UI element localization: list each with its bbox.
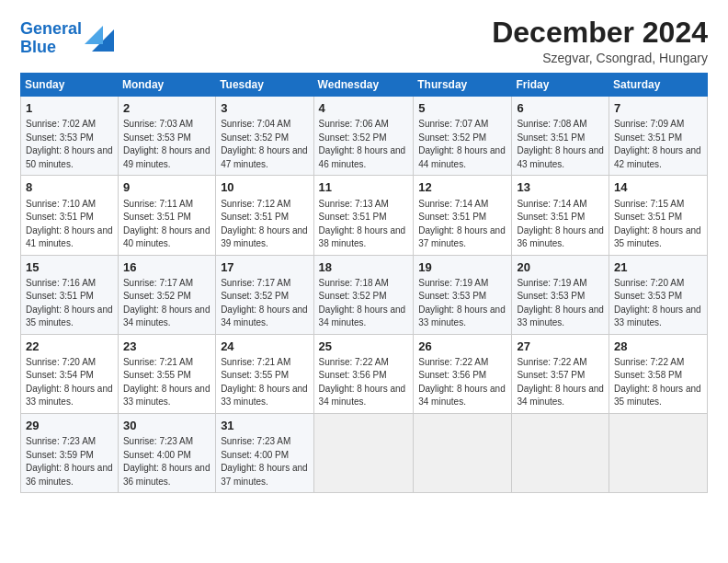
- calendar-week-2: 8Sunrise: 7:10 AMSunset: 3:51 PMDaylight…: [21, 176, 708, 255]
- header-day-thursday: Thursday: [414, 74, 512, 97]
- calendar-cell-26: 26Sunrise: 7:22 AMSunset: 3:56 PMDayligh…: [414, 334, 512, 413]
- day-number: 12: [418, 179, 506, 196]
- calendar-cell-28: 28Sunrise: 7:22 AMSunset: 3:58 PMDayligh…: [609, 334, 708, 413]
- day-number: 22: [26, 339, 113, 355]
- calendar-cell-empty: [609, 413, 708, 492]
- header-day-saturday: Saturday: [609, 74, 708, 97]
- day-number: 1: [26, 100, 113, 117]
- day-info: Sunrise: 7:10 AMSunset: 3:51 PMDaylight:…: [26, 198, 113, 251]
- day-number: 8: [26, 179, 113, 196]
- logo: General Blue: [20, 20, 114, 57]
- calendar-cell-9: 9Sunrise: 7:11 AMSunset: 3:51 PMDaylight…: [118, 176, 215, 255]
- day-number: 11: [319, 179, 409, 196]
- calendar-week-5: 29Sunrise: 7:23 AMSunset: 3:59 PMDayligh…: [21, 413, 708, 492]
- calendar-cell-30: 30Sunrise: 7:23 AMSunset: 4:00 PMDayligh…: [118, 413, 215, 492]
- day-info: Sunrise: 7:20 AMSunset: 3:54 PMDaylight:…: [26, 356, 113, 409]
- day-number: 21: [614, 259, 702, 276]
- header-day-monday: Monday: [118, 74, 215, 97]
- calendar-cell-12: 12Sunrise: 7:14 AMSunset: 3:51 PMDayligh…: [414, 176, 512, 255]
- day-info: Sunrise: 7:15 AMSunset: 3:51 PMDaylight:…: [614, 198, 702, 251]
- day-info: Sunrise: 7:02 AMSunset: 3:53 PMDaylight:…: [26, 118, 113, 171]
- day-number: 29: [26, 418, 113, 434]
- header-day-sunday: Sunday: [21, 74, 119, 97]
- calendar-header: SundayMondayTuesdayWednesdayThursdayFrid…: [21, 74, 708, 97]
- day-info: Sunrise: 7:17 AMSunset: 3:52 PMDaylight:…: [221, 277, 308, 330]
- day-number: 23: [123, 339, 210, 355]
- header-day-tuesday: Tuesday: [216, 74, 313, 97]
- location: Szegvar, Csongrad, Hungary: [492, 51, 708, 65]
- day-info: Sunrise: 7:22 AMSunset: 3:56 PMDaylight:…: [418, 356, 506, 409]
- day-info: Sunrise: 7:23 AMSunset: 4:00 PMDaylight:…: [221, 435, 308, 488]
- calendar-cell-1: 1Sunrise: 7:02 AMSunset: 3:53 PMDaylight…: [21, 97, 119, 176]
- day-number: 17: [221, 259, 308, 276]
- logo-text: General Blue: [20, 20, 82, 57]
- day-number: 19: [418, 259, 506, 276]
- day-number: 27: [517, 339, 604, 355]
- calendar-cell-15: 15Sunrise: 7:16 AMSunset: 3:51 PMDayligh…: [21, 255, 119, 334]
- calendar-cell-14: 14Sunrise: 7:15 AMSunset: 3:51 PMDayligh…: [609, 176, 708, 255]
- day-number: 13: [517, 179, 604, 196]
- day-info: Sunrise: 7:23 AMSunset: 3:59 PMDaylight:…: [26, 435, 113, 488]
- day-number: 2: [123, 100, 210, 117]
- day-number: 7: [614, 100, 702, 117]
- logo-icon: [85, 26, 114, 52]
- calendar-week-4: 22Sunrise: 7:20 AMSunset: 3:54 PMDayligh…: [21, 334, 708, 413]
- day-number: 24: [221, 339, 308, 355]
- calendar-cell-3: 3Sunrise: 7:04 AMSunset: 3:52 PMDaylight…: [216, 97, 313, 176]
- calendar-cell-empty: [414, 413, 512, 492]
- calendar-cell-10: 10Sunrise: 7:12 AMSunset: 3:51 PMDayligh…: [216, 176, 313, 255]
- calendar-cell-empty: [512, 413, 609, 492]
- day-info: Sunrise: 7:20 AMSunset: 3:53 PMDaylight:…: [614, 277, 702, 330]
- day-info: Sunrise: 7:07 AMSunset: 3:52 PMDaylight:…: [418, 118, 506, 171]
- logo-blue: Blue: [20, 38, 56, 56]
- day-number: 15: [26, 259, 113, 276]
- calendar-cell-22: 22Sunrise: 7:20 AMSunset: 3:54 PMDayligh…: [21, 334, 119, 413]
- day-number: 6: [517, 100, 604, 117]
- calendar-cell-11: 11Sunrise: 7:13 AMSunset: 3:51 PMDayligh…: [313, 176, 414, 255]
- calendar-cell-19: 19Sunrise: 7:19 AMSunset: 3:53 PMDayligh…: [414, 255, 512, 334]
- day-number: 30: [123, 418, 210, 434]
- day-info: Sunrise: 7:14 AMSunset: 3:51 PMDaylight:…: [517, 198, 604, 251]
- day-info: Sunrise: 7:22 AMSunset: 3:56 PMDaylight:…: [319, 356, 409, 409]
- calendar-cell-27: 27Sunrise: 7:22 AMSunset: 3:57 PMDayligh…: [512, 334, 609, 413]
- day-info: Sunrise: 7:03 AMSunset: 3:53 PMDaylight:…: [123, 118, 210, 171]
- calendar-cell-7: 7Sunrise: 7:09 AMSunset: 3:51 PMDaylight…: [609, 97, 708, 176]
- calendar-cell-23: 23Sunrise: 7:21 AMSunset: 3:55 PMDayligh…: [118, 334, 215, 413]
- day-number: 25: [319, 339, 409, 355]
- day-number: 14: [614, 179, 702, 196]
- day-info: Sunrise: 7:19 AMSunset: 3:53 PMDaylight:…: [517, 277, 604, 330]
- calendar-cell-13: 13Sunrise: 7:14 AMSunset: 3:51 PMDayligh…: [512, 176, 609, 255]
- calendar-cell-31: 31Sunrise: 7:23 AMSunset: 4:00 PMDayligh…: [216, 413, 313, 492]
- calendar-cell-18: 18Sunrise: 7:18 AMSunset: 3:52 PMDayligh…: [313, 255, 414, 334]
- calendar-cell-6: 6Sunrise: 7:08 AMSunset: 3:51 PMDaylight…: [512, 97, 609, 176]
- calendar-cell-29: 29Sunrise: 7:23 AMSunset: 3:59 PMDayligh…: [21, 413, 119, 492]
- calendar-cell-21: 21Sunrise: 7:20 AMSunset: 3:53 PMDayligh…: [609, 255, 708, 334]
- calendar-cell-8: 8Sunrise: 7:10 AMSunset: 3:51 PMDaylight…: [21, 176, 119, 255]
- day-info: Sunrise: 7:12 AMSunset: 3:51 PMDaylight:…: [221, 198, 308, 251]
- day-number: 5: [418, 100, 506, 117]
- header-day-wednesday: Wednesday: [313, 74, 414, 97]
- day-info: Sunrise: 7:08 AMSunset: 3:51 PMDaylight:…: [517, 118, 604, 171]
- day-info: Sunrise: 7:19 AMSunset: 3:53 PMDaylight:…: [418, 277, 506, 330]
- day-info: Sunrise: 7:11 AMSunset: 3:51 PMDaylight:…: [123, 198, 210, 251]
- day-number: 16: [123, 259, 210, 276]
- day-info: Sunrise: 7:22 AMSunset: 3:58 PMDaylight:…: [614, 356, 702, 409]
- day-info: Sunrise: 7:22 AMSunset: 3:57 PMDaylight:…: [517, 356, 604, 409]
- month-title: December 2024: [492, 17, 708, 49]
- day-info: Sunrise: 7:21 AMSunset: 3:55 PMDaylight:…: [123, 356, 210, 409]
- calendar-cell-empty: [313, 413, 414, 492]
- page: General Blue December 2024 Szegvar, Cson…: [0, 0, 728, 563]
- header-day-friday: Friday: [512, 74, 609, 97]
- day-number: 28: [614, 339, 702, 355]
- day-number: 10: [221, 179, 308, 196]
- logo-general: General: [20, 19, 82, 38]
- day-number: 31: [221, 418, 308, 434]
- calendar-cell-2: 2Sunrise: 7:03 AMSunset: 3:53 PMDaylight…: [118, 97, 215, 176]
- svg-marker-1: [85, 26, 103, 44]
- day-info: Sunrise: 7:04 AMSunset: 3:52 PMDaylight:…: [221, 118, 308, 171]
- calendar-cell-17: 17Sunrise: 7:17 AMSunset: 3:52 PMDayligh…: [216, 255, 313, 334]
- calendar-cell-20: 20Sunrise: 7:19 AMSunset: 3:53 PMDayligh…: [512, 255, 609, 334]
- day-info: Sunrise: 7:14 AMSunset: 3:51 PMDaylight:…: [418, 198, 506, 251]
- calendar-cell-24: 24Sunrise: 7:21 AMSunset: 3:55 PMDayligh…: [216, 334, 313, 413]
- day-info: Sunrise: 7:23 AMSunset: 4:00 PMDaylight:…: [123, 435, 210, 488]
